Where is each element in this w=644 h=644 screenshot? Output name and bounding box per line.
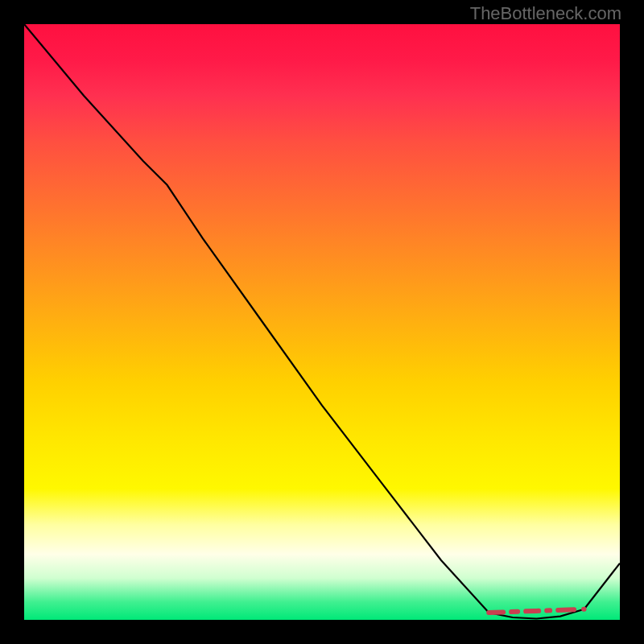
highlight-dashed-segment [489, 609, 584, 613]
watermark-text: TheBottleneck.com [470, 3, 621, 24]
chart-svg [24, 24, 620, 620]
chart-plot-area [24, 24, 620, 620]
data-line [24, 24, 620, 619]
